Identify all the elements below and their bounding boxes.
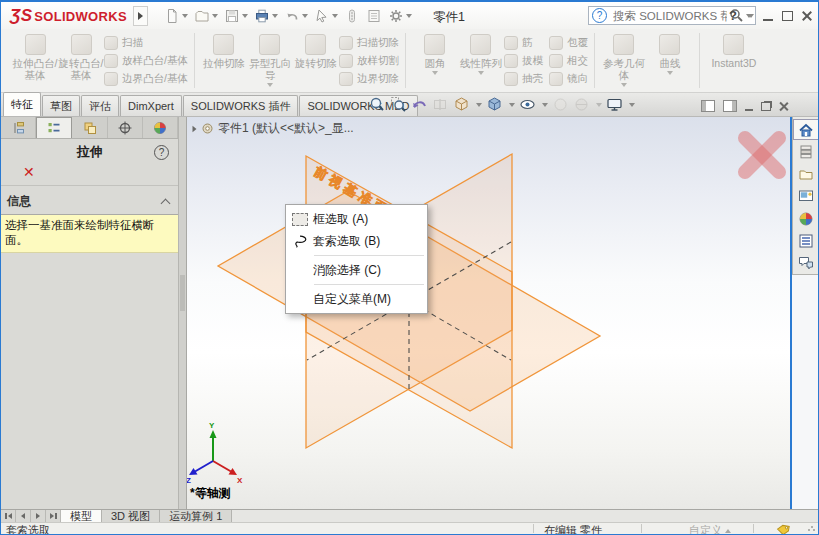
loft-boss-button[interactable]: 放样凸台/基体	[104, 54, 188, 68]
motion-study-tab[interactable]: 运动算例 1	[160, 510, 232, 522]
hide-show-dropdown-icon[interactable]	[542, 103, 548, 107]
mirror-button[interactable]: 镜向	[549, 72, 588, 86]
menu-item-lasso-select[interactable]: 套索选取 (B)	[286, 230, 427, 252]
maximize-button[interactable]	[782, 11, 793, 21]
model-tab[interactable]: 模型	[61, 510, 102, 522]
menu-flyout-button[interactable]	[133, 6, 148, 26]
section-view-button[interactable]	[432, 96, 449, 113]
tab-sketch[interactable]: 草图	[42, 95, 80, 116]
display-style-button[interactable]	[486, 96, 503, 113]
tab-addins[interactable]: SOLIDWORKS 插件	[183, 95, 299, 116]
boundary-boss-button[interactable]: 边界凸台/基体	[104, 72, 188, 86]
feature-tree-tab[interactable]	[1, 117, 36, 138]
hole-wizard-button[interactable]: 异型孔向导	[247, 31, 293, 90]
curves-button[interactable]: 曲线	[647, 31, 693, 90]
ribbon-toolbar: 拉伸凸台/基体 旋转凸台/基体 扫描 放样凸台/基体 边界凸台/基体 拉伸切除 …	[1, 29, 818, 93]
zoom-area-button[interactable]	[390, 96, 407, 113]
draft-button[interactable]: 拔模	[504, 54, 543, 68]
next-tab-button[interactable]	[31, 510, 46, 522]
hide-show-items-button[interactable]	[519, 96, 536, 113]
view-settings-button[interactable]	[606, 96, 623, 113]
scene-canvas[interactable]: 前视基准面 Y X Z	[187, 117, 790, 509]
save-button[interactable]	[222, 7, 250, 25]
fillet-button[interactable]: 圆角	[412, 31, 458, 90]
tab-evaluate[interactable]: 评估	[81, 95, 119, 116]
tab-features[interactable]: 特征	[3, 92, 41, 116]
3d-views-tab[interactable]: 3D 视图	[102, 510, 160, 522]
splitter-handle[interactable]	[180, 275, 185, 311]
panel-help-icon[interactable]: ?	[154, 145, 169, 160]
apply-scene-button[interactable]	[573, 96, 590, 113]
last-tab-button[interactable]	[46, 510, 61, 522]
revolved-cut-button[interactable]: 旋转切除	[293, 31, 339, 90]
collapse-left-pane-icon[interactable]	[701, 100, 715, 112]
design-library-tab[interactable]	[793, 141, 819, 162]
view-settings-dropdown-icon[interactable]	[629, 103, 635, 107]
select-button[interactable]	[312, 7, 340, 25]
view-palette-tab[interactable]	[793, 186, 819, 207]
panel-splitter[interactable]	[179, 117, 187, 509]
graphics-viewport[interactable]: 零件1 (默认<<默认>_显... 前视基准面	[187, 117, 790, 509]
print-button[interactable]	[252, 7, 280, 25]
custom-properties-tab[interactable]	[793, 230, 819, 251]
extruded-boss-button[interactable]: 拉伸凸台/基体	[12, 31, 58, 90]
extruded-cut-button[interactable]: 拉伸切除	[201, 31, 247, 90]
shell-button[interactable]: 抽壳	[504, 72, 543, 86]
forum-tab[interactable]	[793, 253, 819, 274]
menu-item-customize-menu[interactable]: 自定义菜单(M)	[286, 288, 427, 310]
view-orientation-button[interactable]	[453, 96, 470, 113]
view-orientation-dropdown-icon[interactable]	[476, 103, 482, 107]
instant3d-button[interactable]: Instant3D	[706, 31, 762, 90]
unit-system-tag-icon[interactable]	[776, 524, 790, 535]
sweep-button[interactable]: 扫描	[104, 36, 188, 50]
zoom-fit-button[interactable]	[369, 96, 386, 113]
previous-tab-button[interactable]	[16, 510, 31, 522]
file-properties-button[interactable]	[364, 7, 384, 25]
edit-appearance-button[interactable]	[552, 96, 569, 113]
boundary-cut-button[interactable]: 边界切除	[339, 72, 399, 86]
search-input[interactable]	[611, 9, 729, 23]
home-tab[interactable]	[793, 119, 819, 140]
file-explorer-tab[interactable]	[793, 164, 819, 185]
rebuild-button[interactable]	[342, 7, 362, 25]
cancel-x-watermark[interactable]	[745, 138, 779, 172]
cancel-button[interactable]: ✕	[1, 165, 178, 183]
close-button[interactable]	[802, 11, 812, 21]
menu-item-clear-selection[interactable]: 消除选择 (C)	[286, 259, 427, 281]
display-manager-tab[interactable]	[143, 117, 178, 138]
tree-item-label[interactable]: 零件1 (默认<<默认>_显...	[218, 120, 354, 137]
undo-button[interactable]	[282, 7, 310, 25]
expand-arrow-icon[interactable]	[193, 125, 197, 131]
display-style-dropdown-icon[interactable]	[509, 103, 515, 107]
help-dropdown-icon[interactable]	[748, 14, 754, 18]
rib-button[interactable]: 筋	[504, 36, 543, 50]
wrap-button[interactable]: 包覆	[549, 36, 588, 50]
doc-minimize-button[interactable]	[745, 102, 753, 111]
collapse-right-pane-icon[interactable]	[723, 100, 737, 112]
first-tab-button[interactable]	[1, 510, 16, 522]
info-section-header[interactable]: 信息	[1, 190, 178, 215]
customize-status-button[interactable]: 自定义	[689, 523, 731, 535]
lofted-cut-button[interactable]: 放样切割	[339, 54, 399, 68]
menu-item-box-select[interactable]: 框选取 (A)	[286, 208, 427, 230]
previous-view-button[interactable]	[411, 96, 428, 113]
open-button[interactable]	[192, 7, 220, 25]
tab-dimxpert[interactable]: DimXpert	[120, 95, 182, 116]
options-button[interactable]	[386, 7, 414, 25]
reference-geometry-button[interactable]: 参考几何体	[601, 31, 647, 90]
resize-grip[interactable]	[808, 524, 815, 531]
revolved-boss-button[interactable]: 旋转凸台/基体	[58, 31, 104, 90]
help-button[interactable]: ?	[729, 8, 737, 23]
swept-cut-button[interactable]: 扫描切除	[339, 36, 399, 50]
doc-close-button[interactable]	[779, 102, 788, 111]
dimxpert-manager-tab[interactable]	[108, 117, 143, 138]
intersect-button[interactable]: 相交	[549, 54, 588, 68]
doc-restore-button[interactable]	[761, 102, 771, 111]
appearances-tab[interactable]	[793, 208, 819, 229]
configuration-manager-tab[interactable]	[72, 117, 107, 138]
property-manager-tab[interactable]	[36, 117, 72, 138]
linear-pattern-button[interactable]: 线性阵列	[458, 31, 504, 90]
apply-scene-dropdown-icon[interactable]	[596, 103, 602, 107]
minimize-button[interactable]	[763, 11, 773, 21]
new-button[interactable]	[162, 7, 190, 25]
